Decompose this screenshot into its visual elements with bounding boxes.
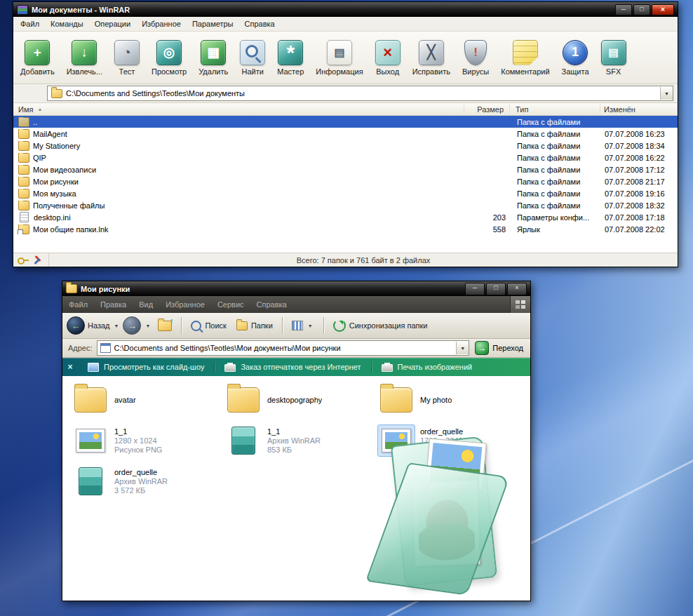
close-button[interactable]: × — [652, 4, 674, 15]
file-row[interactable]: QIPПапка с файлами07.07.2008 16:22 — [13, 152, 678, 163]
winrar-tool-protect[interactable]: 1Защита — [557, 38, 594, 78]
explorer-menu-item[interactable]: Правка — [94, 299, 133, 310]
file-tile[interactable]: avatar — [71, 383, 224, 417]
winrar-tool-add-archive[interactable]: +Добавить — [15, 38, 60, 78]
tool-label: Извлечь... — [67, 67, 102, 76]
column-header-type[interactable]: Тип — [510, 103, 600, 115]
minimize-button[interactable]: ─ — [465, 283, 485, 295]
file-tile-name: 1_1 — [114, 427, 162, 436]
sync-button[interactable]: Синхронизация папки — [330, 319, 431, 332]
winrar-menu-item[interactable]: Справка — [239, 18, 281, 29]
winrar-tool-view[interactable]: ◎Просмотр — [147, 38, 191, 78]
winrar-menu-item[interactable]: Избранное — [136, 18, 187, 29]
winrar-tool-virus-shield[interactable]: !Вирусы — [457, 38, 494, 78]
file-tile[interactable]: desktopography — [224, 383, 377, 417]
maximize-button[interactable]: □ — [633, 4, 650, 15]
task-slideshow[interactable]: Просмотреть как слайд-шоу — [78, 363, 214, 372]
winrar-archive-icon — [231, 427, 255, 455]
file-modified: 07.07.2008 19:16 — [601, 189, 678, 198]
go-arrow-icon: → — [475, 341, 489, 355]
tasks-close-icon[interactable]: × — [62, 362, 78, 372]
folders-button[interactable]: Папки — [233, 321, 276, 330]
folder-icon — [227, 387, 260, 413]
views-dropdown-icon[interactable]: ▼ — [307, 323, 314, 328]
explorer-menu-item[interactable]: Избранное — [159, 299, 211, 310]
file-row[interactable]: Мои видеозаписиПапка с файлами07.07.2008… — [13, 163, 678, 175]
file-modified: 07.07.2008 18:32 — [601, 201, 678, 210]
column-header-size[interactable]: Размер — [464, 103, 510, 115]
close-button[interactable]: × — [507, 283, 527, 295]
winrar-tool-info[interactable]: ▤Информация — [311, 38, 368, 78]
my-pictures-large-icon[interactable] — [384, 441, 517, 595]
winrar-tool-comment[interactable]: Комментарий — [496, 38, 554, 78]
file-row[interactable]: My StationeryПапка с файлами07.07.2008 1… — [13, 140, 678, 152]
repair-icon: ╳ — [419, 40, 444, 65]
forward-button[interactable]: → ▼ — [123, 316, 152, 335]
forward-dropdown-icon[interactable]: ▼ — [144, 323, 152, 328]
file-row[interactable]: desktop.ini203Параметры конфи...07.07.20… — [13, 211, 678, 223]
search-button[interactable]: Поиск — [187, 321, 229, 331]
winrar-menu-item[interactable]: Файл — [15, 18, 45, 29]
winrar-tool-find[interactable]: Найти — [235, 38, 270, 78]
winrar-caption-buttons: ─ □ × — [615, 4, 674, 15]
column-header-name-label: Имя — [18, 105, 33, 114]
winrar-menu-item[interactable]: Операции — [89, 18, 136, 29]
task-print-order[interactable]: Заказ отпечатков через Интернет — [215, 362, 370, 372]
file-row[interactable]: MailAgentПапка с файлами07.07.2008 16:23 — [13, 128, 678, 140]
winrar-menu-item[interactable]: Параметры — [187, 18, 239, 29]
file-tile[interactable]: My photo — [377, 383, 530, 417]
address-dropdown-button[interactable]: ▼ — [660, 87, 673, 100]
go-button[interactable]: → Переход — [473, 341, 525, 355]
file-tile[interactable]: order_quelleАрхив WinRAR3 572 КБ — [71, 464, 224, 498]
file-tile[interactable]: 1_11280 x 1024Рисунок PNG — [71, 424, 224, 457]
file-name: Мои общие папки.lnk — [33, 225, 109, 234]
back-dropdown-icon[interactable]: ▼ — [113, 323, 121, 328]
back-button[interactable]: ← Назад ▼ — [67, 316, 120, 335]
winrar-address-text: C:\Documents and Settings\Teotles\Мои до… — [66, 89, 657, 98]
file-row[interactable]: Мои рисункиПапка с файлами07.07.2008 21:… — [13, 175, 678, 187]
file-row[interactable]: ..Папка с файлами — [13, 116, 678, 128]
file-modified: 07.07.2008 21:17 — [601, 178, 678, 186]
column-header-name[interactable]: Имя ▲ — [13, 103, 464, 115]
explorer-address-bar[interactable]: C:\Documents and Settings\Teotles\Мои до… — [97, 340, 470, 356]
file-size: 558 — [466, 225, 511, 234]
file-row[interactable]: Моя музыкаПапка с файлами07.07.2008 19:1… — [13, 187, 678, 199]
file-type: Папка с файлами — [511, 118, 601, 126]
folder-icon — [18, 153, 29, 163]
find-icon — [240, 40, 265, 65]
winrar-tool-repair[interactable]: ╳Исправить — [408, 38, 455, 78]
winrar-menu-item[interactable]: Команды — [45, 18, 89, 29]
explorer-menu-item[interactable]: Вид — [133, 299, 159, 310]
file-name-cell: MailAgent — [13, 129, 466, 139]
minimize-button[interactable]: ─ — [615, 4, 632, 15]
address-dropdown-button[interactable]: ▼ — [456, 342, 469, 354]
key-icon[interactable] — [18, 257, 29, 264]
wrench-icon[interactable] — [33, 256, 42, 265]
explorer-titlebar[interactable]: Мои рисунки ─ □ × — [62, 281, 530, 296]
explorer-menu-item[interactable]: Файл — [62, 299, 94, 310]
file-row[interactable]: Полученные файлыПапка с файлами07.07.200… — [13, 199, 678, 211]
maximize-button[interactable]: □ — [486, 283, 506, 295]
winrar-address-bar[interactable]: C:\Documents and Settings\Teotles\Мои до… — [47, 86, 673, 101]
winrar-tool-extract[interactable]: ↓Извлечь... — [62, 38, 107, 78]
winrar-tool-wizard[interactable]: *Мастер — [272, 38, 309, 78]
winrar-tool-test[interactable]: ◔Тест — [109, 38, 144, 78]
explorer-content: avatardesktopographyMy photo1_11280 x 10… — [62, 376, 530, 601]
file-tile-detail: 3 572 КБ — [114, 486, 168, 495]
winrar-tool-delete[interactable]: ▦Удалить — [194, 38, 233, 78]
explorer-menu-item[interactable]: Справка — [250, 299, 293, 310]
task-print[interactable]: Печать изображений — [372, 362, 483, 372]
file-name-cell: Моя музыка — [13, 189, 466, 199]
winrar-tool-sfx[interactable]: ▤SFX — [596, 38, 631, 78]
tool-label: Выход — [376, 67, 399, 76]
explorer-menu-item[interactable]: Сервис — [211, 299, 250, 310]
file-row[interactable]: Мои общие папки.lnk558Ярлык07.07.2008 22… — [13, 223, 678, 235]
up-button[interactable] — [154, 321, 175, 331]
tool-label: Вирусы — [462, 67, 489, 76]
wizard-icon: * — [278, 40, 303, 65]
views-button[interactable]: ▼ — [288, 321, 318, 330]
file-tile[interactable]: 1_1Архив WinRAR853 КБ — [224, 424, 377, 457]
column-header-modified[interactable]: Изменён — [600, 103, 678, 115]
winrar-tool-exit[interactable]: ×Выход — [370, 38, 405, 78]
winrar-titlebar[interactable]: Мои документы - WinRAR ─ □ × — [13, 2, 678, 17]
